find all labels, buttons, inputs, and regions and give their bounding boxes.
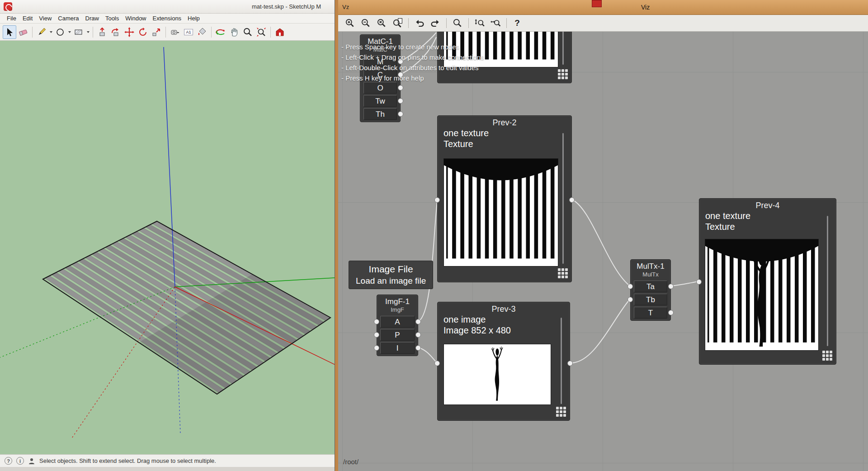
zoom-cancel-button[interactable] bbox=[375, 17, 388, 29]
preview-label-2: Texture bbox=[699, 221, 836, 232]
attribute-c[interactable]: C bbox=[363, 69, 397, 81]
pin-matc-c[interactable] bbox=[398, 72, 403, 77]
node-prev-2[interactable]: Prev-2 one texture Texture bbox=[437, 115, 572, 282]
attribute-ta[interactable]: Ta bbox=[634, 281, 667, 292]
zoom-out-button[interactable] bbox=[359, 17, 372, 29]
info-circle-icon[interactable]: i bbox=[16, 457, 24, 465]
pin-matc-th[interactable] bbox=[398, 111, 403, 117]
shapes-tool-button[interactable] bbox=[53, 25, 67, 39]
follow-me-tool-button[interactable] bbox=[109, 25, 123, 39]
menu-window[interactable]: Window bbox=[122, 14, 149, 23]
select-tool-button[interactable] bbox=[3, 25, 16, 39]
attribute-tb[interactable]: Tb bbox=[634, 294, 667, 305]
node-scrollbar[interactable] bbox=[827, 216, 828, 346]
pin-imgf-i-out[interactable] bbox=[415, 345, 421, 351]
3d-warehouse-tool-button[interactable] bbox=[273, 25, 287, 39]
attribute-th[interactable]: Th bbox=[363, 108, 397, 120]
pin-matc-tw[interactable] bbox=[398, 98, 403, 104]
attribute-o[interactable]: O bbox=[363, 82, 397, 94]
pin-imgf-p-in[interactable] bbox=[374, 332, 379, 338]
resize-grip[interactable] bbox=[558, 69, 568, 79]
node-multx-1[interactable]: MulTx-1 MulTx Ta Tb T bbox=[630, 259, 671, 321]
frame-all-button[interactable] bbox=[489, 17, 502, 29]
attribute-tw[interactable]: Tw bbox=[363, 95, 397, 107]
pin-prev2-in[interactable] bbox=[434, 197, 440, 203]
pin-prev3-in[interactable] bbox=[434, 361, 440, 366]
wire bbox=[572, 200, 629, 285]
orbit-tool-button[interactable] bbox=[214, 25, 227, 39]
zoom-fit-page-button[interactable] bbox=[391, 17, 404, 29]
paint-bucket-tool-button[interactable] bbox=[195, 25, 209, 39]
red-window-button[interactable] bbox=[592, 0, 602, 7]
pin-multx-ta-out[interactable] bbox=[668, 284, 674, 289]
attribute-p[interactable]: P bbox=[380, 329, 415, 341]
menu-camera[interactable]: Camera bbox=[55, 14, 82, 23]
menu-extensions[interactable]: Extensions bbox=[150, 14, 185, 23]
node-imgf-1[interactable]: ImgF-1 ImgF A P I bbox=[377, 295, 418, 356]
zoom-in-button[interactable] bbox=[344, 17, 356, 29]
pin-matc-o[interactable] bbox=[398, 85, 403, 90]
pin-imgf-a-in[interactable] bbox=[374, 319, 379, 324]
pin-prev4-in[interactable] bbox=[696, 279, 702, 285]
zoom-fit-page-icon bbox=[392, 18, 403, 29]
node-canvas[interactable]: MatC-1 MatC M C O Tw Th bbox=[338, 32, 868, 471]
menu-draw[interactable]: Draw bbox=[82, 14, 102, 23]
menu-edit[interactable]: Edit bbox=[19, 14, 36, 23]
undo-button[interactable] bbox=[413, 17, 426, 29]
pin-imgf-a-out[interactable] bbox=[415, 319, 421, 324]
viz-titlebar[interactable]: Vz Viz bbox=[338, 0, 868, 15]
redo-button[interactable] bbox=[429, 17, 442, 29]
pin-multx-ta-in[interactable] bbox=[627, 284, 633, 289]
menu-file[interactable]: File bbox=[4, 14, 19, 23]
zoom-extents-tool-button[interactable] bbox=[255, 25, 268, 39]
menu-tools[interactable]: Tools bbox=[102, 14, 122, 23]
node-scrollbar[interactable] bbox=[561, 318, 562, 404]
rectangle-tool-caret[interactable] bbox=[85, 25, 90, 39]
preview-image-composite bbox=[705, 239, 819, 351]
menu-help[interactable]: Help bbox=[184, 14, 203, 23]
scale-tool-button[interactable] bbox=[150, 25, 163, 39]
attribute-i[interactable]: I bbox=[380, 342, 415, 354]
sketchup-titlebar[interactable]: mat-test.skp - SketchUp M bbox=[0, 0, 335, 14]
push-pull-tool-button[interactable] bbox=[95, 25, 109, 39]
pin-imgf-i-in[interactable] bbox=[374, 345, 379, 351]
node-scrollbar[interactable] bbox=[562, 32, 564, 65]
sketchup-viewport[interactable] bbox=[0, 41, 335, 454]
resize-grip[interactable] bbox=[556, 407, 566, 417]
resize-grip[interactable] bbox=[822, 351, 832, 361]
pin-prev3-out[interactable] bbox=[567, 361, 573, 366]
frame-selected-button[interactable] bbox=[473, 17, 486, 29]
attribute-t[interactable]: T bbox=[634, 307, 667, 319]
pan-tool-button[interactable] bbox=[227, 25, 241, 39]
node-prev-3[interactable]: Prev-3 one image Image 852 x 480 bbox=[437, 302, 570, 421]
resize-grip[interactable] bbox=[558, 268, 568, 278]
help-button[interactable]: ? bbox=[511, 17, 523, 29]
zoom-tool-button[interactable] bbox=[241, 25, 255, 39]
attribute-m[interactable]: M bbox=[363, 56, 397, 67]
line-tool-caret[interactable] bbox=[48, 25, 53, 39]
shapes-tool-caret[interactable] bbox=[67, 25, 72, 39]
pin-imgf-p-out[interactable] bbox=[415, 332, 421, 338]
rotate-tool-button[interactable] bbox=[136, 25, 150, 39]
toolbar-separator bbox=[93, 27, 93, 38]
move-tool-button[interactable] bbox=[123, 25, 136, 39]
pin-multx-t-out[interactable] bbox=[668, 310, 674, 315]
text-tool-button[interactable]: A1 bbox=[182, 25, 195, 39]
node-prev-1[interactable] bbox=[437, 32, 572, 83]
attribute-a[interactable]: A bbox=[380, 316, 415, 328]
line-tool-button[interactable] bbox=[35, 25, 48, 39]
eraser-tool-button[interactable] bbox=[16, 25, 30, 39]
node-scrollbar[interactable] bbox=[562, 133, 564, 264]
node-prev-4[interactable]: Prev-4 one texture Texture bbox=[699, 198, 836, 365]
pin-multx-tb-in[interactable] bbox=[627, 297, 633, 302]
pin-prev2-out[interactable] bbox=[569, 197, 575, 203]
toolbar-separator bbox=[211, 27, 212, 38]
node-matc-1[interactable]: MatC-1 MatC M C O Tw Th bbox=[360, 34, 401, 122]
user-icon[interactable] bbox=[28, 457, 35, 465]
rectangle-tool-button[interactable] bbox=[72, 25, 85, 39]
menu-view[interactable]: View bbox=[36, 14, 55, 23]
pin-matc-m[interactable] bbox=[398, 59, 403, 64]
zoom-button[interactable] bbox=[451, 17, 464, 29]
help-circle-icon[interactable]: ? bbox=[5, 457, 12, 465]
tape-measure-tool-button[interactable] bbox=[168, 25, 182, 39]
